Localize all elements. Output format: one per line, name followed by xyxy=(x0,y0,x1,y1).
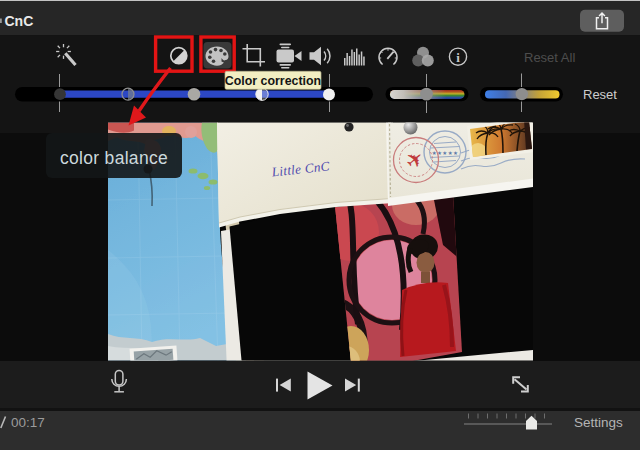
svg-text:Settings: Settings xyxy=(574,415,623,430)
svg-text:Reset All: Reset All xyxy=(524,50,575,65)
svg-text:CnC: CnC xyxy=(5,13,34,29)
svg-text:color balance: color balance xyxy=(60,148,168,168)
svg-text:i: i xyxy=(456,50,460,65)
svg-text:Reset: Reset xyxy=(583,87,617,102)
svg-text:00:17: 00:17 xyxy=(11,415,45,430)
svg-text:Color correction: Color correction xyxy=(225,74,321,88)
